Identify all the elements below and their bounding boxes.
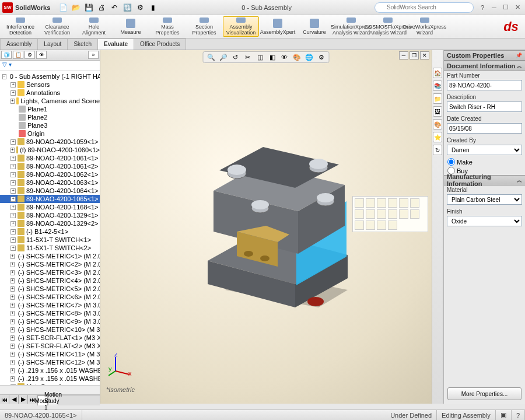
save-icon[interactable]: 💾 <box>83 2 94 13</box>
expand-icon[interactable]: + <box>10 319 15 324</box>
cm-tab[interactable]: Assembly <box>0 38 38 50</box>
created-by-select[interactable]: Darren <box>447 145 522 155</box>
tree-node[interactable]: +89-NOAO-4200-1065<1> <box>0 195 100 203</box>
more-properties-button[interactable]: More Properties... <box>447 387 522 400</box>
tree-node[interactable]: −0 - Sub Assembly (-1 RIGHT HAND - HOUSI… <box>0 72 100 80</box>
ribbon-tool[interactable]: Measure <box>113 16 149 37</box>
feature-filter[interactable]: ▽ ▾ <box>0 61 100 71</box>
tree-node[interactable]: +(-) SHCS-METRIC<9> (M 3.0 X 8 LG SH <box>0 317 100 326</box>
tp-view-palette-icon[interactable]: 🖼 <box>433 106 442 117</box>
ribbon-tool[interactable]: SimulationXpressAnalysis Wizard <box>333 16 369 37</box>
ribbon-tool[interactable]: AssemblyXpert <box>260 16 296 37</box>
tree-node[interactable]: +(-) SHCS-METRIC<7> (M 3.0 X 8 LG SH <box>0 301 100 309</box>
zoom-area-icon[interactable]: 🔎 <box>218 52 229 62</box>
expand-icon[interactable]: + <box>10 303 15 308</box>
status-custom-icon[interactable]: ▣ <box>496 410 512 420</box>
ribbon-tool[interactable]: COSMOSFloXpressAnalysis Wizard <box>370 16 406 37</box>
open-icon[interactable]: 📂 <box>70 2 82 13</box>
expand-icon[interactable]: + <box>10 246 16 251</box>
tree-node[interactable]: Plane2 <box>0 113 100 121</box>
tree-node[interactable]: Origin <box>0 130 100 138</box>
finish-select[interactable]: Oxide <box>447 216 522 226</box>
cm-tab[interactable]: Evaluate <box>97 38 134 50</box>
vp-restore-icon[interactable]: ❐ <box>410 51 419 60</box>
tp-resources-icon[interactable]: 🏠 <box>433 68 442 78</box>
ribbon-tool[interactable]: HoleAlignment <box>76 16 112 37</box>
fm-tab-config-icon[interactable]: ⚙ <box>24 51 35 59</box>
expand-icon[interactable]: + <box>10 335 15 341</box>
expand-icon[interactable]: + <box>10 164 16 169</box>
mfg-info-header[interactable]: Manufacturing Information ︽ <box>444 175 525 186</box>
prev-view-icon[interactable]: ↺ <box>230 52 241 62</box>
expand-icon[interactable]: + <box>10 172 16 177</box>
sheet-nav-next-icon[interactable]: ▶ <box>19 395 28 404</box>
sheet-nav-prev-icon[interactable]: ◀ <box>9 395 19 404</box>
expand-icon[interactable]: + <box>10 213 16 218</box>
expand-icon[interactable]: + <box>10 156 16 161</box>
tree-node[interactable]: +(-) SHCS-METRIC<5> (M 2.0 X 8 LG SH <box>0 285 100 293</box>
tree-node[interactable]: +(-) B1-42-5<1> <box>0 228 100 236</box>
expand-icon[interactable]: + <box>10 180 16 186</box>
ribbon-tool[interactable]: DriveWorksXpressWizard <box>407 16 443 37</box>
ctx-icon[interactable] <box>366 220 375 230</box>
search-input[interactable] <box>374 2 474 13</box>
tree-node[interactable]: +89-NOAO-4200-1064<1> <box>0 187 100 195</box>
tree-node[interactable]: +(-) SHCS-METRIC<10> (M 3.0 X 8 LG SH <box>0 326 100 334</box>
tree-node[interactable]: +(-) SHCS-METRIC<3> (M 2.0 X 8 LG SH <box>0 268 100 276</box>
ribbon-tool[interactable]: AssemblyVisualization <box>223 16 259 37</box>
sheet-tab[interactable]: Motion Study 1 <box>48 396 58 405</box>
ctx-icon[interactable] <box>377 209 386 219</box>
zoom-fit-icon[interactable]: 🔍 <box>206 52 216 62</box>
graphics-viewport[interactable]: 🔍 🔎 ↺ ✂ ◫ ◧ 👁 🎨 🌐 ⚙ ─ ❐ ✕ <box>100 50 432 404</box>
tp-design-library-icon[interactable]: 📚 <box>433 80 442 91</box>
expand-icon[interactable]: + <box>10 221 16 226</box>
ctx-icon[interactable] <box>355 220 364 230</box>
tree-node[interactable]: +Lights, Cameras and Scene <box>0 97 100 105</box>
expand-icon[interactable]: + <box>10 352 15 357</box>
tree-node[interactable]: Plane3 <box>0 121 100 130</box>
description-input[interactable] <box>447 102 522 112</box>
tree-node[interactable]: Plane1 <box>0 105 100 113</box>
rebuild-icon[interactable]: 🔃 <box>121 2 133 13</box>
make-radio-input[interactable] <box>447 158 455 166</box>
expand-icon[interactable]: + <box>10 368 15 373</box>
reference-triad[interactable]: z x y <box>108 354 132 378</box>
tree-node[interactable]: +11-5X1-T SWITCH<2> <box>0 244 100 252</box>
feature-tree[interactable]: −0 - Sub Assembly (-1 RIGHT HAND - HOUSI… <box>0 71 100 385</box>
expand-icon[interactable]: + <box>10 295 15 300</box>
cm-tab[interactable]: Layout <box>37 38 68 50</box>
new-icon[interactable]: 📄 <box>57 2 69 13</box>
ctx-icon[interactable] <box>355 209 364 219</box>
ribbon-tool[interactable]: SectionProperties <box>186 16 222 37</box>
close-icon[interactable]: ✕ <box>512 3 523 12</box>
appearance-icon[interactable]: 🎨 <box>292 52 302 62</box>
expand-icon[interactable]: + <box>10 344 15 349</box>
fm-tab-feature-icon[interactable]: 🧊 <box>1 51 12 59</box>
tree-node[interactable]: +(-) SET-SCR-FLAT<2> (M3 X 12 LG FLAT <box>0 342 100 350</box>
tree-node[interactable]: +11-5X1-T SWITCH<1> <box>0 236 100 244</box>
document-info-header[interactable]: Document Information ︽ <box>444 61 525 71</box>
expand-icon[interactable]: + <box>10 237 16 243</box>
collapse-icon[interactable]: ︽ <box>517 62 522 70</box>
tree-node[interactable]: +(-) SHCS-METRIC<1> (M 2.0 X 5 LG SH <box>0 252 100 260</box>
cm-tab[interactable]: Sketch <box>67 38 98 50</box>
expand-icon[interactable]: + <box>10 311 15 316</box>
tree-node[interactable]: +(-) SHCS-METRIC<4> (M 2.0 X 8 LG SH <box>0 276 100 285</box>
fm-collapse-icon[interactable]: » <box>88 51 99 59</box>
ctx-icon[interactable] <box>355 198 364 208</box>
tree-node[interactable]: +(-) SET-SCR-FLAT<1> (M3 X 12 LG FLAT <box>0 334 100 342</box>
ctx-icon[interactable] <box>366 209 375 219</box>
tree-node[interactable]: +89-NOAO-4200-1329<2> <box>0 219 100 228</box>
expand-icon[interactable]: + <box>10 148 15 153</box>
view-orient-icon[interactable]: ◫ <box>255 52 265 62</box>
expand-icon[interactable]: + <box>10 82 16 88</box>
tree-node[interactable]: +(f) 89-NOAO-4200-1060<1> <box>0 146 100 154</box>
expand-icon[interactable]: + <box>10 254 15 259</box>
cm-tab[interactable]: Office Products <box>134 38 186 50</box>
ctx-icon[interactable] <box>388 220 397 230</box>
expand-icon[interactable]: + <box>10 99 15 104</box>
options-icon[interactable]: ⚙ <box>134 2 146 13</box>
section-view-icon[interactable]: ✂ <box>243 52 253 62</box>
part-number-input[interactable] <box>447 80 522 90</box>
scene-icon[interactable]: 🌐 <box>304 52 314 62</box>
